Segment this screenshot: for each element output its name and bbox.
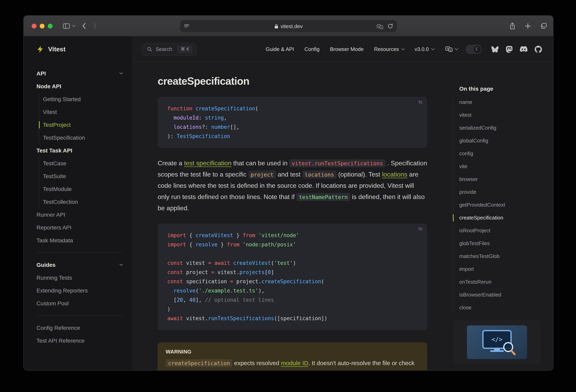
doc-link-locations[interactable]: locations — [382, 171, 407, 178]
doc-link-test-specification[interactable]: test specification — [184, 160, 232, 167]
code-token — [167, 124, 173, 130]
vitest-logo[interactable]: Vitest — [24, 36, 132, 62]
toc-item-createspecification[interactable]: createSpecification — [459, 211, 549, 224]
search-button[interactable]: Search ⌘ K — [142, 43, 197, 56]
code-token: ( — [196, 288, 199, 294]
sidebar-item-testmodule[interactable]: TestModule — [43, 182, 122, 195]
toc-item-import[interactable]: import — [459, 263, 549, 276]
code-line: moduleId: string, — [167, 113, 418, 122]
minimize-window-button[interactable] — [40, 24, 45, 28]
sidebar-item-running-tests[interactable]: Running Tests — [36, 271, 122, 284]
doc-link-module-id[interactable]: module ID — [281, 360, 309, 366]
sidebar-item-label: Test Task API — [36, 147, 72, 154]
sidebar-item-getting-started[interactable]: Getting Started — [43, 93, 122, 106]
sidebar-item-testcollection[interactable]: TestCollection — [43, 195, 122, 208]
toc-item-config[interactable]: config — [459, 147, 549, 160]
code-line: const vitest = await createVitest('test'… — [167, 258, 418, 268]
language-menu-button[interactable]: Aa — [445, 46, 458, 52]
sidebar-item-node-api[interactable]: Node API — [36, 80, 122, 93]
code-block-example[interactable]: ts import { createVitest } from 'vitest/… — [158, 223, 427, 330]
toc-item-globtestfiles[interactable]: globTestFiles — [459, 237, 549, 250]
toc-item-isrootproject[interactable]: isRootProject — [459, 224, 549, 237]
forward-button[interactable] — [93, 23, 97, 29]
code-token: createVitest — [196, 232, 233, 238]
code-token: 0 — [268, 269, 271, 275]
nav-link-v3-0-0[interactable]: v3.0.0 — [415, 46, 434, 52]
code-token — [183, 269, 186, 275]
code-token — [255, 232, 258, 238]
nav-link-guide-api[interactable]: Guide & API — [265, 46, 294, 52]
doc-body: createSpecification ts function createSp… — [132, 62, 553, 370]
toc-item-browser[interactable]: browser — [459, 173, 549, 186]
code-token: [ — [167, 297, 177, 303]
chevron-right-icon — [93, 23, 97, 29]
bluesky-link[interactable] — [491, 46, 499, 52]
sidebar-item-testproject[interactable]: TestProject — [43, 118, 122, 131]
sidebar-item-reporters-api[interactable]: Reporters API — [36, 221, 122, 234]
sidebar-item-config-reference[interactable]: Config Reference — [36, 321, 122, 334]
main-area: Search ⌘ K Guide & APIConfigBrowser Mode… — [132, 36, 553, 370]
toc-item-matchestestglob[interactable]: matchesTestGlob — [459, 250, 549, 263]
address-bar[interactable]: vitest.dev Aa — [180, 20, 397, 32]
code-token: { — [186, 232, 196, 238]
github-link[interactable] — [535, 46, 542, 53]
sidebar-item-api[interactable]: API — [36, 67, 122, 80]
nav-link-browser-mode[interactable]: Browser Mode — [330, 46, 364, 52]
sidebar-toggle-button[interactable] — [63, 23, 75, 29]
nav-link-resources[interactable]: Resources — [374, 46, 404, 52]
vitest-logo-icon — [36, 45, 45, 53]
sidebar-item-testsuite[interactable]: TestSuite — [43, 170, 122, 182]
code-token — [167, 115, 173, 121]
page-title: createSpecification — [158, 75, 427, 87]
back-button[interactable] — [82, 23, 86, 29]
sidebar-item-runner-api[interactable]: Runner API — [36, 208, 122, 221]
toc-item-vite[interactable]: vite — [459, 160, 549, 173]
toc-item-globalconfig[interactable]: globalConfig — [459, 134, 549, 147]
sidebar-item-guides[interactable]: Guides — [36, 258, 122, 271]
share-icon — [509, 23, 516, 29]
search-shortcut: ⌘ K — [178, 46, 192, 53]
toc-item-ontestsrerun[interactable]: onTestsRerun — [459, 276, 549, 288]
theme-toggle[interactable]: ☾ — [466, 45, 482, 54]
reader-icon[interactable] — [184, 23, 189, 30]
code-token: const — [167, 278, 183, 284]
reload-icon[interactable] — [387, 23, 393, 30]
code-block-signature[interactable]: ts function createSpecification( moduleI… — [158, 97, 427, 148]
search-icon — [147, 46, 152, 52]
sponsor-ad[interactable]: </> — [453, 320, 541, 365]
nav-link-config[interactable]: Config — [304, 46, 319, 52]
svg-text:A: A — [447, 47, 449, 50]
chevron-down-icon — [72, 24, 76, 27]
toc-item-isbrowserenabled[interactable]: isBrowserEnabled — [459, 288, 549, 301]
sponsor-ad-image: </> — [467, 325, 527, 359]
code-lang-badge: ts — [419, 99, 422, 105]
sidebar-item-vitest[interactable]: Vitest — [43, 106, 122, 118]
toc-item-vitest[interactable]: vitest — [459, 109, 549, 121]
sidebar-item-testspecification[interactable]: TestSpecification — [43, 131, 122, 144]
sidebar-item-testcase[interactable]: TestCase — [43, 157, 122, 170]
mastodon-link[interactable] — [506, 46, 513, 53]
nav-link-label: v3.0.0 — [415, 46, 429, 52]
sidebar-item-task-metadata[interactable]: Task Metadata — [36, 234, 122, 247]
translate-icon[interactable]: Aa — [377, 24, 383, 31]
nav-link-label: Guide & API — [265, 46, 294, 52]
sidebar-item-test-task-api[interactable]: Test Task API — [36, 144, 122, 157]
sidebar-item-custom-pool[interactable]: Custom Pool — [36, 297, 122, 310]
inline-code: vitest.runTestSpecifications — [289, 159, 385, 167]
toc-item-close[interactable]: close — [459, 301, 549, 314]
new-tab-button[interactable] — [525, 23, 531, 29]
sidebar-item-test-api-reference[interactable]: Test API Reference — [36, 334, 122, 347]
discord-link[interactable] — [520, 46, 527, 52]
logo-text: Vitest — [48, 46, 66, 53]
toc-item-serializedconfig[interactable]: serializedConfig — [459, 121, 549, 134]
fullscreen-window-button[interactable] — [48, 24, 53, 28]
tab-overview-button[interactable] — [540, 23, 547, 29]
code-token: 20 — [177, 297, 183, 303]
toc-list: namevitestserializedConfigglobalConfigco… — [453, 96, 549, 314]
toc-item-name[interactable]: name — [459, 96, 549, 109]
share-button[interactable] — [509, 23, 516, 29]
toc-item-getprovidedcontext[interactable]: getProvidedContext — [459, 199, 549, 211]
toc-item-provide[interactable]: provide — [459, 186, 549, 199]
sidebar-item-extending-reporters[interactable]: Extending Reporters — [36, 284, 122, 297]
close-window-button[interactable] — [32, 24, 36, 28]
